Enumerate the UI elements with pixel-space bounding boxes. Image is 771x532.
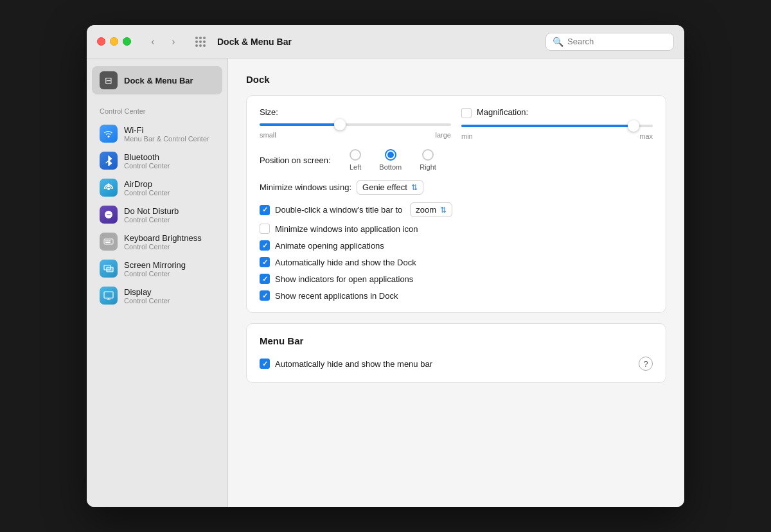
minimize-into-icon-checkbox[interactable] <box>260 224 270 234</box>
display-icon <box>100 287 118 305</box>
show-indicators-checkbox[interactable] <box>260 274 270 284</box>
double-click-checkbox[interactable] <box>260 205 270 215</box>
minimize-into-icon-label: Minimize windows into application icon <box>275 224 418 234</box>
sidebar-item-screen-mirroring[interactable]: Screen Mirroring Control Center <box>92 255 222 282</box>
keyboard-icon <box>100 233 118 251</box>
minimize-into-icon-row: Minimize windows into application icon <box>260 224 653 234</box>
magnification-slider-group: Magnification: min max <box>461 107 653 140</box>
sidebar-item-wifi[interactable]: Wi-Fi Menu Bar & Control Center <box>92 120 222 147</box>
position-right[interactable]: Right <box>420 149 436 171</box>
size-slider-group: Size: small large <box>260 107 451 140</box>
auto-hide-dock-checkbox[interactable] <box>260 257 270 267</box>
show-indicators-label: Show indicators for open applications <box>275 274 413 284</box>
sidebar-item-dnd[interactable]: Do Not Disturb Control Center <box>92 201 222 228</box>
magnification-slider-track[interactable] <box>461 125 653 127</box>
size-slider-labels: small large <box>260 131 451 139</box>
wifi-text: Wi-Fi Menu Bar & Control Center <box>124 125 209 143</box>
minimize-dropdown-arrows: ⇅ <box>411 183 418 192</box>
size-slider-fill <box>260 123 340 126</box>
position-right-radio[interactable] <box>422 149 434 161</box>
sidebar: ⊟ Dock & Menu Bar Control Center Wi-Fi M… <box>87 58 228 507</box>
position-label: Position on screen: <box>260 155 350 165</box>
mag-max-label: max <box>639 132 653 140</box>
main-window: ‹ › Dock & Menu Bar 🔍 ⊟ Dock & Menu Bar … <box>87 25 684 507</box>
window-title: Dock & Menu Bar <box>217 37 538 47</box>
magnification-checkbox[interactable] <box>461 108 472 118</box>
auto-hide-menubar-label: Automatically hide and show the menu bar <box>275 359 432 369</box>
airdrop-icon <box>100 179 118 197</box>
airdrop-text: AirDrop Control Center <box>124 179 170 197</box>
position-left-label: Left <box>350 163 361 171</box>
screen-mirroring-icon <box>100 260 118 278</box>
bluetooth-icon <box>100 152 118 170</box>
minimize-button[interactable] <box>110 37 118 46</box>
magnification-slider-thumb[interactable] <box>628 120 639 132</box>
minimize-row: Minimize windows using: Genie effect ⇅ <box>260 180 653 195</box>
position-bottom-label: Bottom <box>379 163 402 171</box>
screen-mirroring-name: Screen Mirroring <box>124 260 186 270</box>
screen-mirroring-text: Screen Mirroring Control Center <box>124 260 186 278</box>
size-small-label: small <box>260 131 276 139</box>
nav-buttons: ‹ › <box>144 33 182 51</box>
menu-bar-section-box: Menu Bar Automatically hide and show the… <box>246 323 666 383</box>
minimize-effect-text: Genie effect <box>362 182 407 192</box>
menu-bar-row: Automatically hide and show the menu bar… <box>260 357 653 371</box>
sidebar-item-bluetooth[interactable]: Bluetooth Control Center <box>92 147 222 174</box>
minimize-dropdown[interactable]: Genie effect ⇅ <box>357 180 423 195</box>
content-area: Dock Size: small <box>228 58 684 507</box>
svg-rect-3 <box>107 240 109 242</box>
back-button[interactable]: ‹ <box>144 33 162 51</box>
size-slider-track[interactable] <box>260 123 451 126</box>
auto-hide-dock-row: Automatically hide and show the Dock <box>260 257 653 267</box>
screen-mirroring-sub: Control Center <box>124 270 186 278</box>
svg-point-0 <box>107 188 110 190</box>
dock-settings-box: Size: small large <box>246 95 666 313</box>
dock-section-title: Dock <box>246 74 666 85</box>
svg-rect-1 <box>104 239 113 244</box>
position-left[interactable]: Left <box>350 149 361 171</box>
magnification-slider-labels: min max <box>461 132 653 140</box>
search-box[interactable]: 🔍 <box>545 33 674 51</box>
dock-menu-bar-icon: ⊟ <box>100 71 118 89</box>
double-click-action-text: zoom <box>416 205 436 215</box>
keyboard-brightness-sub: Control Center <box>124 243 202 251</box>
sidebar-item-airdrop[interactable]: AirDrop Control Center <box>92 174 222 201</box>
size-label: Size: <box>260 107 451 117</box>
double-click-label: Double-click a window's title bar to <box>275 205 402 215</box>
position-bottom-radio[interactable] <box>385 149 396 161</box>
titlebar: ‹ › Dock & Menu Bar 🔍 <box>87 25 684 58</box>
sidebar-selected-label: Dock & Menu Bar <box>124 76 193 85</box>
dnd-sub: Control Center <box>124 216 179 224</box>
display-text: Display Control Center <box>124 287 170 305</box>
search-icon: 🔍 <box>553 37 563 47</box>
main-content: ⊟ Dock & Menu Bar Control Center Wi-Fi M… <box>87 58 684 507</box>
show-recent-checkbox[interactable] <box>260 290 270 301</box>
double-click-dropdown[interactable]: zoom ⇅ <box>410 202 452 217</box>
animate-row: Animate opening applications <box>260 240 653 251</box>
auto-hide-dock-label: Automatically hide and show the Dock <box>275 258 416 267</box>
animate-label: Animate opening applications <box>275 241 384 251</box>
sidebar-item-display[interactable]: Display Control Center <box>92 282 222 309</box>
magnification-label: Magnification: <box>477 107 528 117</box>
display-name: Display <box>124 287 170 297</box>
show-recent-label: Show recent applications in Dock <box>275 291 398 301</box>
airdrop-sub: Control Center <box>124 189 170 197</box>
maximize-button[interactable] <box>123 37 131 46</box>
svg-rect-4 <box>109 240 111 242</box>
animate-checkbox[interactable] <box>260 240 270 251</box>
size-slider-thumb[interactable] <box>334 119 346 130</box>
forward-button[interactable]: › <box>164 33 182 51</box>
close-button[interactable] <box>97 37 105 46</box>
search-input[interactable] <box>567 37 664 46</box>
mag-min-label: min <box>461 132 473 140</box>
position-row: Position on screen: Left Bottom <box>260 149 653 171</box>
sidebar-item-dock-menu-bar[interactable]: ⊟ Dock & Menu Bar <box>92 66 222 94</box>
double-click-dropdown-arrows: ⇅ <box>440 206 447 215</box>
position-right-label: Right <box>420 163 436 171</box>
grid-icon[interactable] <box>191 33 209 51</box>
position-left-radio[interactable] <box>350 149 361 161</box>
sidebar-item-keyboard-brightness[interactable]: Keyboard Brightness Control Center <box>92 228 222 255</box>
position-bottom[interactable]: Bottom <box>379 149 402 171</box>
auto-hide-menubar-checkbox[interactable] <box>260 359 270 369</box>
help-button[interactable]: ? <box>639 357 653 371</box>
